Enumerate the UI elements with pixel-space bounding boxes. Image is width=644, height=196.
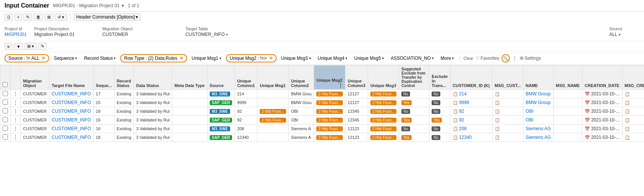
unique-msg5-caret-icon: ▾ [382, 56, 384, 60]
creation-date-icon[interactable]: 📅 [585, 92, 590, 96]
name-link[interactable]: BMW Group [526, 100, 551, 105]
source-dropdown-icon[interactable]: ▾ [619, 33, 621, 37]
clear-btn[interactable]: Clear [463, 56, 473, 61]
row-checkbox[interactable] [3, 117, 8, 122]
row-checkbox[interactable] [3, 134, 8, 140]
name-link[interactable]: OBI [526, 109, 534, 114]
favorites-btn[interactable]: ♡ Favorites [476, 56, 499, 61]
msg-cust-icon[interactable]: 📋 [495, 100, 500, 105]
creation-date-icon[interactable]: 📅 [585, 100, 590, 105]
msg-cust-icon[interactable]: 📋 [495, 118, 500, 122]
customer-id-icon[interactable]: 📋 [453, 92, 458, 96]
select-all-checkbox[interactable] [3, 82, 8, 87]
unique-msg3-filter-chip[interactable]: Unique Msg3 ▾ [279, 55, 313, 62]
customer-id-icon[interactable]: 📋 [453, 100, 458, 105]
td-unique-msg3: 2 Hits Foun... [368, 133, 399, 142]
name-link[interactable]: OBI [526, 117, 534, 123]
settings-btn[interactable]: ⚙ Settings [520, 56, 541, 61]
unique-msg2-filter-close[interactable]: ✕ [269, 56, 273, 61]
target-file-name-link[interactable]: CUSTOMER_INFO [52, 126, 91, 131]
customer-id-link[interactable]: 92 [459, 109, 464, 114]
row-checkbox[interactable] [3, 126, 8, 131]
breadcrumb-arrow-icon[interactable]: ▾ [122, 3, 124, 8]
suggested-exclude-badge: Yes [401, 135, 411, 140]
creation-date-icon[interactable]: 📅 [585, 118, 590, 122]
expand-btn[interactable]: ⟨⟩ [5, 14, 13, 21]
edit2-btn[interactable]: ✎ [38, 43, 47, 50]
filter-btn[interactable]: ▼ [14, 43, 23, 50]
customer-id-link[interactable]: 9999 [459, 100, 469, 105]
edit-btn[interactable]: ✎ [23, 14, 32, 21]
add-btn[interactable]: + [14, 14, 22, 20]
target-table-field: Target Table CUSTOMER_INFO ▾ [186, 26, 602, 37]
msg-cre-icon[interactable]: 📋 [625, 135, 630, 140]
name-link[interactable]: Siemens AG [526, 135, 551, 140]
customer-id-icon[interactable]: 📋 [453, 118, 458, 122]
unique-msg5-filter-chip[interactable]: Unique Msg5 ▾ [352, 55, 386, 62]
row-context-menu-icon[interactable]: ⋮ [13, 117, 18, 123]
target-file-name-link[interactable]: CUSTOMER_INFO [52, 100, 91, 105]
source-filter-chip[interactable]: Source : != ALL ✕ [5, 54, 49, 62]
td-data-status: 3 Validated by Rul [134, 133, 172, 142]
project-id-value[interactable]: MIGPRJ01 [5, 32, 27, 37]
customer-id-link[interactable]: 92 [459, 117, 464, 123]
row-checkbox[interactable] [3, 100, 8, 105]
customer-id-icon[interactable]: 📋 [453, 135, 458, 140]
row-context-menu-icon[interactable]: ⋮ [13, 126, 18, 132]
row-type-filter-chip[interactable]: Row Type : (2) Data;Rules ✕ [120, 54, 187, 62]
more-filter-chip[interactable]: More ▾ [438, 55, 456, 62]
association-filter-chip[interactable]: ASSOCIATION_NO ▾ [389, 55, 436, 62]
source-chip: M3_SWE [210, 126, 230, 131]
row-checkbox[interactable] [3, 91, 8, 96]
target-file-name-link[interactable]: CUSTOMER_INFO [52, 135, 91, 140]
row-checkbox[interactable] [3, 108, 8, 114]
unique-msg3-badge: 2 Hits Foun... [370, 135, 396, 140]
customer-id-link[interactable]: 208 [459, 126, 467, 131]
msg-cust-icon[interactable]: 📋 [495, 126, 500, 131]
td-unique-column3: 12345 [345, 116, 368, 124]
msg-cre-icon[interactable]: 📋 [625, 118, 630, 122]
name-link[interactable]: BMW Group [526, 91, 551, 96]
row-type-filter-close[interactable]: ✕ [180, 56, 183, 61]
target-file-name-link[interactable]: CUSTOMER_INFO [52, 109, 91, 114]
source-filter-close[interactable]: ✕ [42, 56, 45, 61]
row-context-menu-icon[interactable]: ⋮ [13, 91, 18, 97]
unique-msg2-filter-chip[interactable]: Unique Msg2 : !<> ✕ [226, 54, 277, 62]
row-context-menu-icon[interactable]: ⋮ [13, 100, 18, 106]
msg-cre-icon[interactable]: 📋 [625, 126, 630, 131]
name-link[interactable]: Siemens AG [526, 126, 551, 131]
search-btn[interactable]: 🔍 [502, 54, 510, 62]
col-resize-icon[interactable]: ⋮ [338, 82, 343, 88]
target-file-name-link[interactable]: CUSTOMER_INFO [52, 117, 91, 123]
customer-id-link[interactable]: 214 [459, 91, 467, 96]
msg-cre-icon[interactable]: 📋 [625, 100, 630, 105]
layout-btn[interactable]: ⊞ ▾ [25, 43, 37, 50]
sequence-caret-icon: ▾ [75, 56, 77, 60]
sequence-filter-chip[interactable]: Sequence ▾ [51, 55, 79, 62]
header-commands-btn[interactable]: Header Commands [Options] ▾ [74, 13, 141, 21]
target-file-name-link[interactable]: CUSTOMER_INFO [52, 91, 91, 96]
msg-cust-icon[interactable]: 📋 [495, 109, 500, 114]
customer-id-icon[interactable]: 📋 [453, 126, 458, 131]
copy-btn[interactable]: ⊞ [45, 14, 53, 21]
creation-date-icon[interactable]: 📅 [585, 109, 590, 114]
record-status-filter-chip[interactable]: Record Status ▾ [82, 55, 118, 62]
list-view-btn[interactable]: ≡ [5, 43, 12, 50]
row-context-menu-icon[interactable]: ⋮ [13, 134, 18, 140]
customer-id-icon[interactable]: 📋 [453, 109, 458, 114]
creation-date-icon[interactable]: 📅 [585, 135, 590, 140]
unique-msg4-filter-chip[interactable]: Unique Msg4 ▾ [316, 55, 350, 62]
delete-btn[interactable]: 🗑 [34, 14, 43, 20]
creation-date-icon[interactable]: 📅 [585, 126, 590, 131]
table-row: ⋮ CUSTOMER CUSTOMER_INFO 17 Existing 3 V… [0, 90, 644, 98]
msg-cre-icon[interactable]: 📋 [625, 109, 630, 114]
customer-id-link[interactable]: 12340 [459, 135, 472, 140]
more-options-icon[interactable]: ⋮ [512, 55, 517, 61]
msg-cust-icon[interactable]: 📋 [495, 92, 500, 96]
msg-cust-icon[interactable]: 📋 [495, 135, 500, 140]
unique-msg1-filter-chip[interactable]: Unique Msg1 ▾ [189, 55, 224, 62]
row-context-menu-icon[interactable]: ⋮ [13, 108, 18, 114]
msg-cre-icon[interactable]: 📋 [625, 92, 630, 96]
undo-btn[interactable]: ↺ ▾ [55, 14, 67, 21]
target-table-dropdown-icon[interactable]: ▾ [226, 33, 228, 37]
